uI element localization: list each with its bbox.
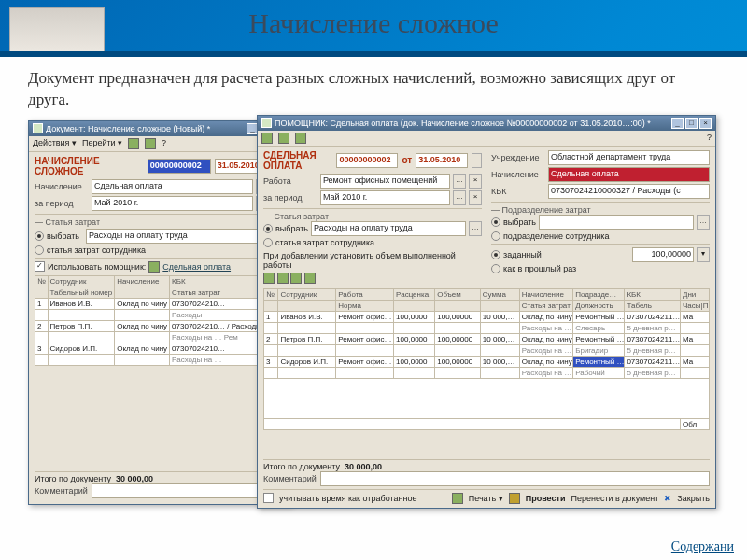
menu-actions[interactable]: Действия ▾ [33,138,77,149]
field-period[interactable]: Май 2010 г. [92,196,253,211]
label-comment: Комментарий [35,486,89,496]
doc-header-label: НАЧИСЛЕНИЕ СЛОЖНОЕ [35,156,144,176]
menubar-a: Действия ▾ Перейти ▾ ? [29,136,290,152]
toolbar-icon[interactable] [145,138,156,149]
helper-header: СДЕЛЬНАЯ ОПЛАТА [263,150,332,171]
total-value: 30 000,00 [345,462,382,471]
close-button[interactable]: Закрыть [677,494,710,503]
toolbar-b: ? [258,131,715,147]
checkbox-helper[interactable] [35,261,45,272]
toolbar-icon[interactable] [277,273,289,284]
field-fixed[interactable]: 100,00000 [632,247,694,262]
window-helper: ПОМОЩНИК: Сдельная оплата (док. Начислен… [257,115,716,509]
checkbox-time[interactable] [263,493,274,503]
radio-last[interactable]: как в прошлый раз [491,264,710,273]
label-stat: Статья затрат [275,212,330,221]
toolbar-icon[interactable] [304,273,316,284]
radio-select[interactable]: выбратьРасходы на оплату труда… [35,229,285,244]
radio-fixed[interactable]: заданный100,00000▾ [491,247,710,262]
toolbar-icon[interactable] [290,273,302,284]
field-comment[interactable] [92,483,285,498]
app-icon [261,118,272,128]
content-area: Документ предназначен для расчета разных… [0,57,747,560]
window-document: Документ: Начисление сложное (Новый) * _… [28,120,291,505]
table-row: 3Сидоров И.П.Ремонт офис…100,0000100,000… [264,356,710,367]
toolbar-icon[interactable] [261,133,273,144]
help-icon[interactable]: ? [707,133,712,144]
provesti-icon [509,493,520,504]
label-org: Учреждение [491,153,545,162]
doc-header: НАЧИСЛЕНИЕ СЛОЖНОЕ 00000000002 31.05.201… [35,156,285,176]
doc-date[interactable]: 31.05.2010 [416,153,468,168]
total-label: Итого по документу [35,474,111,483]
radio-select[interactable]: выбратьРасходы на оплату труда… [263,221,482,236]
radio-emp-stat[interactable]: статья затрат сотрудника [263,238,482,247]
lookup-icon[interactable]: … [469,221,482,236]
doc-number[interactable]: 00000000002 [336,153,398,168]
field-stat-val[interactable]: Расходы на оплату труда [86,229,269,244]
clear-icon[interactable]: × [469,190,482,205]
titlebar-b[interactable]: ПОМОЩНИК: Сдельная оплата (док. Начислен… [258,116,715,131]
transfer-button[interactable]: Перенести в документ [571,494,658,503]
label-nachis: Начисление [491,170,545,179]
lookup-icon[interactable]: … [453,174,466,189]
app-icon [33,123,43,133]
label-work: Работа [263,176,317,186]
label-comment: Комментарий [263,474,317,483]
stepper-icon[interactable]: ▾ [697,247,710,262]
field-nachis[interactable]: Сдельная оплата [92,179,253,194]
doc-number[interactable]: 00000000002 [148,159,211,174]
work-table[interactable]: №СотрудникРаботаРасценкаОбъемСуммаНачисл… [263,288,710,430]
toolbar-icon[interactable] [278,133,289,144]
lookup-icon[interactable]: … [453,190,466,205]
maximize-icon[interactable]: □ [685,118,698,129]
label-kbk: КБК [491,187,545,196]
print-button[interactable]: Печать ▾ [469,494,503,503]
radio-podr-emp[interactable]: подразделение сотрудника [491,231,710,241]
field-podr[interactable] [539,215,694,230]
field-nachis[interactable]: Сдельная оплата [548,167,710,182]
screenshots: Документ: Начисление сложное (Новый) * _… [28,120,719,512]
field-work[interactable]: Ремонт офисных помещений [320,174,450,189]
label-helper: Использовать помощник: [48,262,146,272]
table-row: 3Сидоров И.П.Оклад по чину07307024210…Ос… [35,343,285,354]
help-icon[interactable]: ? [162,138,166,149]
label-nachis: Начисление [35,182,89,191]
print-icon [452,493,463,504]
label-time: учитывать время как отработанное [279,494,416,503]
close-x-icon: ✖ [664,494,671,503]
provesti-button[interactable]: Провести [526,494,566,503]
titlebar-a[interactable]: Документ: Начисление сложное (Новый) * _… [29,121,290,136]
contents-link[interactable]: Содержани [671,539,734,554]
toolbar-icon[interactable] [128,138,139,149]
field-org[interactable]: Областной департамент труда [548,150,710,165]
employees-table[interactable]: №СотрудникНачислениеКБКСта Табельный ном… [35,275,285,366]
clear-icon[interactable]: × [469,174,482,189]
table-row: 1Иванов И.В.Оклад по чину07307024210…Осн [35,298,285,309]
slide-title: Начисление сложное [0,0,747,59]
label-period: за период [263,193,317,203]
window-title-b: ПОМОЩНИК: Сдельная оплата (док. Начислен… [275,119,651,128]
label-podr: Подразделение затрат [502,205,591,215]
field-stat[interactable]: Расходы на оплату труда [311,221,466,236]
radio-employee[interactable]: статья затрат сотрудника [35,245,285,255]
radio-podr-select[interactable]: выбрать… [491,215,710,230]
helper-button[interactable]: Сдельная оплата [162,262,231,272]
date-picker-icon[interactable]: … [472,153,482,168]
toolbar-icon[interactable] [263,273,275,284]
close-icon[interactable]: × [699,118,712,129]
total-value: 30 000,00 [116,474,153,483]
menu-goto[interactable]: Перейти ▾ [82,138,122,149]
helper-icon [148,261,160,273]
lookup-icon[interactable]: … [697,215,710,230]
description: Документ предназначен для расчета разных… [28,68,719,111]
field-comment[interactable] [320,471,710,486]
window-title-a: Документ: Начисление сложное (Новый) * [46,124,210,133]
field-period[interactable]: Май 2010 г. [320,190,450,205]
field-kbk[interactable]: 07307024210000327 / Расходы (с [548,184,710,199]
toolbar-icon[interactable] [295,133,306,144]
label-stat: Статья затрат [46,217,101,227]
minimize-icon[interactable]: _ [671,118,684,129]
total-label: Итого по документу [263,462,340,471]
slide: Начисление сложное Документ предназначен… [0,0,747,560]
